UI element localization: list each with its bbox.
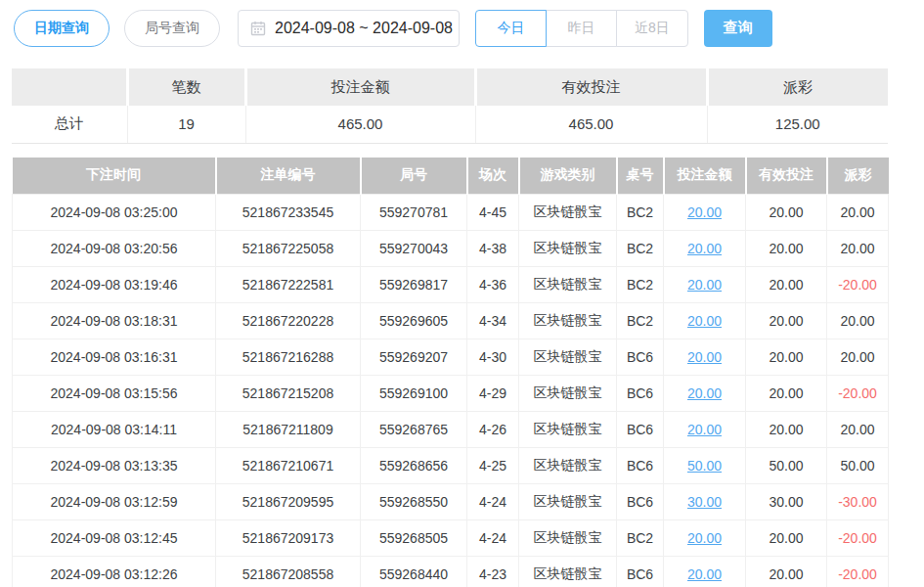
table-row: 2024-09-08 03:12:26 521867208558 5592684… (13, 557, 889, 587)
toolbar: 日期查询 局号查询 2024-09-08 ~ 2024-09-08 今日 昨日 … (0, 0, 924, 47)
cell-bet-id: 521867222581 (216, 267, 361, 303)
bet-amount-link[interactable]: 50.00 (687, 458, 722, 474)
summary-table: 笔数 投注金额 有效投注 派彩 总计 19 465.00 465.00 125.… (12, 68, 888, 144)
table-row: 2024-09-08 03:12:45 521867209173 5592685… (13, 520, 889, 557)
bet-amount-link[interactable]: 20.00 (687, 313, 722, 329)
cell-payout: 50.00 (827, 448, 889, 484)
cell-bet-id: 521867216288 (216, 339, 361, 376)
cell-bet-id: 521867210671 (216, 448, 361, 484)
header-table-no: 桌号 (617, 158, 664, 195)
summary-header-row: 笔数 投注金额 有效投注 派彩 (12, 68, 888, 106)
cell-valid-bet: 20.00 (746, 231, 827, 267)
table-row: 2024-09-08 03:12:59 521867209595 5592685… (13, 484, 889, 520)
cell-game-type: 区块链骰宝 (519, 520, 617, 557)
bet-amount-link[interactable]: 20.00 (687, 530, 722, 546)
bet-amount-link[interactable]: 30.00 (687, 494, 722, 510)
cell-bet-time: 2024-09-08 03:20:56 (13, 231, 216, 267)
cell-round-id: 559269207 (361, 339, 467, 376)
cell-table-no: BC6 (617, 557, 664, 587)
cell-round-id: 559268656 (361, 448, 467, 484)
cell-session: 4-36 (467, 267, 519, 303)
cell-session: 4-24 (467, 484, 519, 520)
bet-amount-link[interactable]: 20.00 (687, 277, 722, 293)
summary-total-count: 19 (127, 106, 245, 143)
bet-table-header-row: 下注时间 注单编号 局号 场次 游戏类别 桌号 投注金额 有效投注 派彩 (13, 158, 889, 195)
cell-bet-amount: 20.00 (664, 376, 746, 412)
cell-payout: -20.00 (827, 376, 889, 412)
table-row: 2024-09-08 03:16:31 521867216288 5592692… (13, 339, 889, 376)
cell-payout: 20.00 (827, 303, 889, 339)
header-bet-time: 下注时间 (13, 158, 216, 195)
cell-game-type: 区块链骰宝 (519, 339, 617, 376)
header-valid-bet: 有效投注 (746, 158, 827, 195)
summary-total-valid-bet: 465.00 (475, 106, 707, 143)
cell-bet-time: 2024-09-08 03:14:11 (13, 412, 216, 448)
header-payout: 派彩 (827, 158, 889, 195)
cell-valid-bet: 20.00 (746, 520, 827, 557)
bet-amount-link[interactable]: 20.00 (687, 241, 722, 256)
cell-payout: 20.00 (827, 339, 889, 376)
cell-bet-time: 2024-09-08 03:13:35 (13, 448, 216, 484)
cell-bet-id: 521867233545 (216, 195, 361, 231)
cell-bet-id: 521867225058 (216, 231, 361, 267)
cell-session: 4-23 (467, 557, 519, 587)
bet-amount-link[interactable]: 20.00 (687, 204, 722, 220)
cell-game-type: 区块链骰宝 (519, 267, 617, 303)
cell-valid-bet: 50.00 (746, 448, 827, 484)
header-session: 场次 (467, 158, 519, 195)
cell-game-type: 区块链骰宝 (519, 195, 617, 231)
cell-game-type: 区块链骰宝 (519, 412, 617, 448)
bet-table: 下注时间 注单编号 局号 场次 游戏类别 桌号 投注金额 有效投注 派彩 202… (12, 158, 889, 587)
table-row: 2024-09-08 03:25:00 521867233545 5592707… (13, 195, 889, 231)
date-query-tab[interactable]: 日期查询 (14, 10, 110, 47)
filter-last8days-button[interactable]: 近8日 (616, 10, 688, 47)
cell-round-id: 559269817 (361, 267, 467, 303)
bet-amount-link[interactable]: 20.00 (687, 349, 722, 365)
cell-table-no: BC6 (617, 339, 664, 376)
bet-amount-link[interactable]: 20.00 (687, 566, 722, 582)
summary-total-row: 总计 19 465.00 465.00 125.00 (12, 106, 888, 143)
cell-valid-bet: 30.00 (746, 484, 827, 520)
cell-bet-amount: 30.00 (664, 484, 746, 520)
cell-payout: -20.00 (827, 520, 889, 557)
table-row: 2024-09-08 03:15:56 521867215208 5592691… (13, 376, 889, 412)
cell-table-no: BC6 (617, 484, 664, 520)
quick-filter-group: 今日 昨日 近8日 (475, 10, 688, 47)
filter-yesterday-button[interactable]: 昨日 (546, 10, 617, 47)
cell-session: 4-30 (467, 339, 519, 376)
search-button[interactable]: 查询 (704, 10, 772, 47)
bet-amount-link[interactable]: 20.00 (687, 385, 722, 401)
summary-total-payout: 125.00 (707, 106, 888, 143)
summary-total-bet-amount: 465.00 (245, 106, 475, 143)
cell-payout: 20.00 (827, 412, 889, 448)
cell-session: 4-38 (467, 231, 519, 267)
cell-bet-time: 2024-09-08 03:15:56 (13, 376, 216, 412)
summary-total-label: 总计 (12, 106, 127, 143)
cell-bet-id: 521867215208 (216, 376, 361, 412)
cell-bet-amount: 20.00 (664, 303, 746, 339)
cell-payout: 20.00 (827, 195, 889, 231)
cell-valid-bet: 20.00 (746, 195, 827, 231)
cell-valid-bet: 20.00 (746, 339, 827, 376)
cell-payout: -20.00 (827, 557, 889, 587)
cell-bet-id: 521867209173 (216, 520, 361, 557)
cell-bet-time: 2024-09-08 03:18:31 (13, 303, 216, 339)
round-query-tab[interactable]: 局号查询 (124, 10, 220, 47)
date-range-input[interactable]: 2024-09-08 ~ 2024-09-08 (238, 10, 460, 47)
cell-session: 4-25 (467, 448, 519, 484)
cell-table-no: BC2 (617, 267, 664, 303)
bet-amount-link[interactable]: 20.00 (687, 422, 722, 437)
cell-game-type: 区块链骰宝 (519, 376, 617, 412)
cell-bet-amount: 20.00 (664, 267, 746, 303)
table-row: 2024-09-08 03:20:56 521867225058 5592700… (13, 231, 889, 267)
date-range-value: 2024-09-08 ~ 2024-09-08 (275, 20, 453, 37)
cell-bet-time: 2024-09-08 03:25:00 (13, 195, 216, 231)
cell-round-id: 559268440 (361, 557, 467, 587)
cell-bet-id: 521867220228 (216, 303, 361, 339)
filter-today-button[interactable]: 今日 (475, 10, 547, 47)
cell-session: 4-24 (467, 520, 519, 557)
cell-table-no: BC2 (617, 231, 664, 267)
cell-bet-amount: 20.00 (664, 231, 746, 267)
cell-valid-bet: 20.00 (746, 303, 827, 339)
cell-table-no: BC6 (617, 412, 664, 448)
